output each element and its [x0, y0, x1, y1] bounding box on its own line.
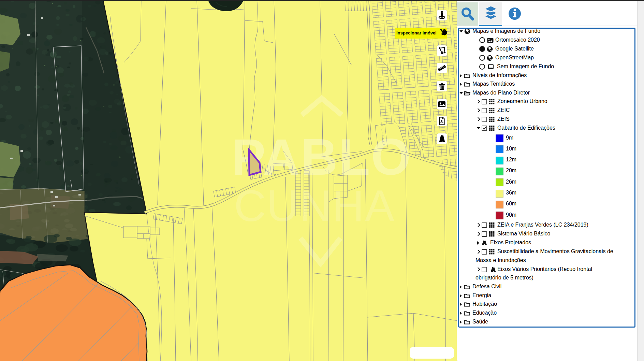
svg-text:PABLO: PABLO — [232, 128, 412, 186]
svg-text:CUNHA: CUNHA — [234, 181, 395, 231]
